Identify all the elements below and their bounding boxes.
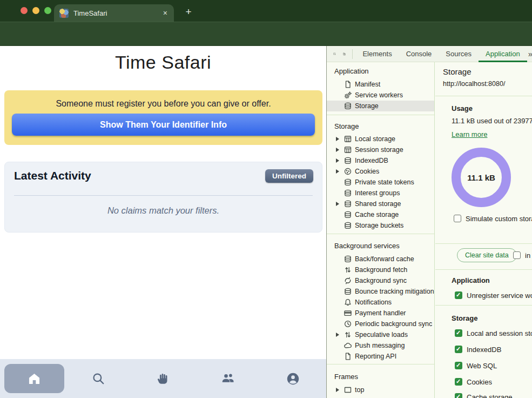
tab-title: TimeSafari	[73, 9, 162, 17]
frame-icon	[344, 386, 352, 394]
sidebar-item-interest-groups[interactable]: Interest groups	[327, 188, 435, 198]
sidebar-item-speculative-loads[interactable]: Speculative loads	[327, 329, 435, 340]
expand-caret-icon[interactable]	[336, 202, 339, 206]
minimize-window-button[interactable]	[32, 7, 39, 14]
expand-caret-icon[interactable]	[336, 388, 339, 392]
document-icon	[344, 80, 352, 89]
checkbox-checked[interactable]	[455, 378, 462, 386]
database-icon	[344, 287, 352, 296]
expand-caret-icon[interactable]	[336, 148, 339, 152]
database-icon	[344, 221, 352, 230]
browser-tab[interactable]: TimeSafari ×	[54, 4, 174, 22]
nav-profile-button[interactable]	[285, 371, 300, 386]
sidebar-item-background-sync[interactable]: Background sync	[327, 275, 435, 286]
sidebar-item-manifest[interactable]: Manifest	[327, 79, 435, 90]
sidebar-item-cache-storage[interactable]: Cache storage	[327, 209, 435, 220]
tab-sources[interactable]: Sources	[439, 46, 479, 62]
database-icon	[344, 156, 352, 165]
unfiltered-button[interactable]: Unfiltered	[265, 169, 313, 183]
devtools-panel: Elements Console Sources Application » A…	[326, 46, 532, 398]
storage-option-indexeddb[interactable]: IndexedDB	[455, 345, 501, 354]
sidebar-item-storage[interactable]: Storage	[327, 101, 435, 111]
browser-window: TimeSafari × + localhost:8080 Time Safar…	[0, 0, 532, 398]
nav-search-button[interactable]	[91, 371, 106, 386]
zoom-window-button[interactable]	[44, 7, 51, 14]
tab-favicon	[59, 9, 69, 18]
section-background-services[interactable]: Background services	[334, 242, 400, 250]
sidebar-item-notifications[interactable]: Notifications	[327, 297, 435, 308]
sidebar-item-private-state-tokens[interactable]: Private state tokens	[327, 177, 435, 188]
device-toolbar-icon[interactable]	[343, 50, 346, 58]
cloud-icon	[344, 341, 352, 350]
sidebar-item-payment-handler[interactable]: Payment handler	[327, 308, 435, 319]
checkbox-unchecked[interactable]	[513, 251, 521, 259]
sidebar-item-top-frame[interactable]: top	[327, 384, 435, 395]
sidebar-item-reporting-api[interactable]: Reporting API	[327, 351, 435, 362]
database-icon	[344, 255, 352, 263]
checkbox-checked[interactable]	[455, 393, 462, 398]
storage-view: Storage http://localhost:8080/ Usage 11.…	[435, 62, 532, 398]
sidebar-item-background-fetch[interactable]: Background fetch	[327, 264, 435, 275]
tab-elements[interactable]: Elements	[355, 46, 399, 62]
nav-offers-button[interactable]	[156, 371, 171, 386]
clear-site-data-button[interactable]: Clear site data	[457, 248, 517, 262]
section-frames[interactable]: Frames	[334, 373, 358, 381]
unregister-service-workers-option[interactable]: Unregister service wor	[455, 291, 532, 300]
bell-icon	[344, 298, 352, 307]
usage-donut-chart: 11.1 kB	[452, 148, 511, 207]
new-tab-button[interactable]: +	[180, 4, 197, 19]
storage-heading: Storage	[452, 314, 477, 322]
sidebar-item-cookies[interactable]: Cookies	[327, 166, 435, 177]
expand-caret-icon[interactable]	[336, 169, 339, 174]
storage-option-websql[interactable]: Web SQL	[455, 361, 497, 370]
inspect-element-icon[interactable]	[333, 50, 336, 58]
expand-caret-icon[interactable]	[336, 137, 339, 141]
sidebar-item-storage-buckets[interactable]: Storage buckets	[327, 220, 435, 231]
checkbox-unchecked[interactable]	[454, 215, 461, 222]
clock-icon	[344, 320, 352, 328]
payment-card-icon	[344, 309, 352, 317]
sidebar-item-shared-storage[interactable]: Shared storage	[327, 198, 435, 209]
show-identifier-info-button[interactable]: Show Them Your Identifier Info	[12, 114, 315, 136]
sync-icon	[344, 276, 352, 285]
checkbox-checked[interactable]	[455, 346, 462, 353]
nav-contacts-button[interactable]	[220, 371, 235, 386]
close-window-button[interactable]	[21, 7, 28, 14]
panel-divider	[435, 305, 532, 306]
simulate-quota-option[interactable]: Simulate custom stora	[454, 214, 532, 223]
storage-option-cache-storage[interactable]: Cache storage	[455, 393, 513, 398]
section-storage[interactable]: Storage	[334, 122, 359, 130]
section-application[interactable]: Application	[334, 67, 369, 75]
sidebar-item-back-forward-cache[interactable]: Back/forward cache	[327, 254, 435, 264]
learn-more-link[interactable]: Learn more	[452, 130, 487, 138]
expand-caret-icon[interactable]	[336, 158, 339, 163]
sidebar-item-indexeddb[interactable]: IndexedDB	[327, 155, 435, 166]
home-icon	[27, 372, 42, 386]
storage-option-cookies[interactable]: Cookies	[455, 377, 492, 386]
search-icon	[91, 372, 105, 386]
storage-origin: http://localhost:8080/	[443, 80, 505, 88]
sidebar-item-session-storage[interactable]: Session storage	[327, 144, 435, 155]
tab-close-icon[interactable]: ×	[162, 9, 169, 17]
storage-option-local-session[interactable]: Local and session stora	[455, 329, 532, 337]
more-tabs-icon[interactable]: »	[528, 49, 532, 58]
nav-home-button[interactable]	[4, 364, 64, 393]
checkbox-checked[interactable]	[455, 291, 462, 299]
sidebar-item-bounce-tracking[interactable]: Bounce tracking mitigation	[327, 286, 435, 297]
sidebar-item-local-storage[interactable]: Local storage	[327, 134, 435, 144]
checkbox-checked[interactable]	[455, 362, 462, 369]
devtools-tab-bar: Elements Console Sources Application »	[327, 46, 532, 62]
tab-console[interactable]: Console	[399, 46, 439, 62]
sidebar-item-service-workers[interactable]: Service workers	[327, 90, 435, 101]
sidebar-item-periodic-background-sync[interactable]: Periodic background sync	[327, 319, 435, 329]
empty-claims-message: No claims match your filters.	[5, 205, 322, 216]
including-cookies-option[interactable]: in	[513, 251, 530, 260]
sidebar-item-push-messaging[interactable]: Push messaging	[327, 340, 435, 351]
expand-caret-icon[interactable]	[336, 333, 339, 337]
bottom-navigation	[0, 359, 326, 398]
service-workers-icon	[344, 91, 352, 100]
cookie-icon	[344, 167, 352, 176]
tab-application[interactable]: Application	[479, 46, 527, 62]
checkbox-checked[interactable]	[455, 329, 462, 337]
application-heading: Application	[452, 276, 490, 284]
